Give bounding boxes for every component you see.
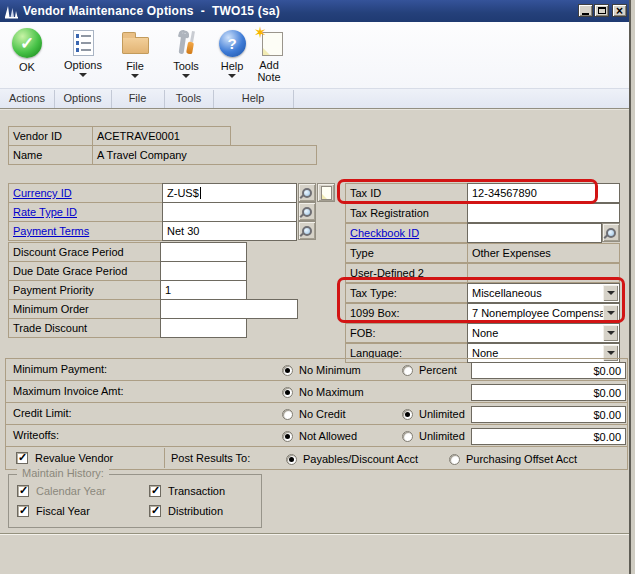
tax-registration-field[interactable]: [467, 203, 620, 223]
radio-icon: [282, 409, 293, 420]
checkbook-id-field[interactable]: [467, 223, 602, 243]
magnifier-icon: [302, 207, 312, 217]
checkbox-icon: [17, 505, 29, 517]
radio-icon: [282, 365, 293, 376]
close-button[interactable]: ×: [612, 4, 627, 17]
checkbox-icon: [149, 505, 161, 517]
radio-payables-discount-acct[interactable]: Payables/Discount Acct: [286, 453, 418, 465]
dropdown-arrow-button[interactable]: [603, 285, 618, 301]
tools-icon: [173, 29, 199, 57]
toolbar-divider-highlight: [0, 109, 635, 110]
checkbox-icon: [16, 452, 28, 464]
chevron-down-icon: [607, 351, 615, 355]
radio-no-minimum[interactable]: No Minimum: [282, 364, 361, 376]
tax-type-label: Tax Type:: [345, 283, 468, 303]
ok-button[interactable]: ✓ OK: [8, 26, 46, 73]
dropdown-arrow-button[interactable]: [603, 305, 618, 321]
group-separator: [213, 90, 214, 108]
fob-dropdown[interactable]: None: [467, 323, 620, 343]
currency-id-label[interactable]: Currency ID: [8, 183, 163, 203]
transaction-checkbox[interactable]: Transaction: [149, 485, 225, 497]
due-date-grace-field[interactable]: [160, 261, 247, 281]
rate-type-id-field[interactable]: [162, 202, 297, 222]
user-defined-2-value: [467, 263, 620, 283]
writeoffs-amount-field[interactable]: $0.00: [471, 428, 626, 445]
trade-discount-label: Trade Discount: [8, 318, 161, 338]
window-border-inner: [629, 0, 631, 574]
group-label-actions: Actions: [0, 92, 54, 104]
discount-grace-field[interactable]: [160, 242, 247, 262]
title-bar: Vendor Maintenance Options - TWO15 (sa) …: [0, 0, 635, 22]
payment-priority-field[interactable]: 1: [160, 280, 247, 300]
minimum-payment-label: Minimum Payment:: [13, 363, 107, 375]
currency-note-button[interactable]: [317, 183, 335, 202]
help-button[interactable]: ? Help: [213, 26, 251, 78]
minimum-order-field[interactable]: [160, 299, 298, 319]
post-results-to-label: Post Results To:: [171, 452, 250, 464]
chevron-down-icon: [131, 74, 139, 78]
row-divider: [164, 448, 165, 468]
help-question-icon: ?: [219, 30, 246, 57]
radio-icon: [286, 454, 297, 465]
radio-unlimited[interactable]: Unlimited: [402, 430, 465, 442]
maximum-invoice-amount-field[interactable]: $0.00: [471, 384, 626, 401]
tools-button[interactable]: Tools: [163, 26, 209, 78]
name-value: A Travel Company: [92, 145, 317, 165]
vendor-id-value: ACETRAVE0001: [92, 126, 231, 146]
radio-unlimited[interactable]: Unlimited: [402, 408, 465, 420]
minimize-button[interactable]: [578, 4, 593, 17]
tax-id-field[interactable]: 12-34567890: [467, 183, 620, 203]
add-note-label-line2: Note: [257, 71, 280, 83]
tax-registration-label: Tax Registration: [345, 203, 468, 223]
options-list-icon: [73, 30, 94, 56]
writeoffs-row: Writeoffs: Not Allowed Unlimited Maximum…: [5, 424, 628, 447]
group-label-options: Options: [54, 92, 111, 104]
chevron-down-icon: [607, 311, 615, 315]
name-label: Name: [8, 145, 93, 165]
maximize-button[interactable]: [594, 4, 609, 17]
chevron-down-icon: [182, 74, 190, 78]
radio-icon: [282, 431, 293, 442]
file-button-label: File: [126, 60, 144, 72]
chevron-down-icon: [228, 74, 236, 78]
1099-box-dropdown[interactable]: 7 Nonemployee Compensati: [467, 303, 620, 323]
radio-percent[interactable]: Percent: [402, 364, 457, 376]
tax-id-label: Tax ID: [345, 183, 468, 203]
credit-limit-amount-field[interactable]: $0.00: [471, 406, 626, 423]
radio-icon: [449, 454, 460, 465]
discount-grace-label: Discount Grace Period: [8, 242, 161, 262]
type-label: Type: [345, 243, 468, 263]
payment-terms-lookup-button[interactable]: [298, 221, 316, 240]
tax-type-dropdown[interactable]: Miscellaneous: [467, 283, 620, 303]
ribbon-group-strip: Actions Options File Tools Help: [0, 88, 635, 108]
radio-no-credit[interactable]: No Credit: [282, 408, 345, 420]
radio-not-allowed[interactable]: Not Allowed: [282, 430, 357, 442]
file-button[interactable]: File: [113, 26, 157, 78]
calendar-year-checkbox[interactable]: Calendar Year: [17, 485, 106, 497]
rate-type-id-label[interactable]: Rate Type ID: [8, 202, 163, 222]
currency-id-field[interactable]: Z-US$: [162, 183, 297, 203]
ribbon-toolbar: ✓ OK Options File Tools ?: [0, 22, 635, 108]
dropdown-arrow-button[interactable]: [603, 325, 618, 341]
trade-discount-field[interactable]: [160, 318, 247, 338]
radio-icon: [402, 365, 413, 376]
folder-icon: [122, 37, 149, 54]
minimum-payment-amount-field[interactable]: $0.00: [471, 362, 626, 379]
radio-no-maximum[interactable]: No Maximum: [282, 386, 364, 398]
payment-terms-label[interactable]: Payment Terms: [8, 221, 163, 241]
options-button[interactable]: Options: [59, 26, 107, 77]
fiscal-year-checkbox[interactable]: Fiscal Year: [17, 505, 90, 517]
distribution-checkbox[interactable]: Distribution: [149, 505, 223, 517]
currency-lookup-button[interactable]: [298, 183, 316, 202]
revalue-vendor-checkbox[interactable]: Revalue Vendor: [16, 452, 113, 464]
radio-purchasing-offset-acct[interactable]: Purchasing Offset Acct: [449, 453, 577, 465]
minimum-order-label: Minimum Order: [8, 299, 161, 319]
payment-terms-field[interactable]: Net 30: [162, 221, 297, 241]
checkbook-id-label[interactable]: Checkbook ID: [345, 223, 468, 243]
close-icon: ×: [616, 6, 623, 16]
checkbook-lookup-button[interactable]: [602, 223, 620, 242]
due-date-grace-label: Due Date Grace Period: [8, 261, 161, 281]
magnifier-icon: [606, 228, 616, 238]
rate-type-lookup-button[interactable]: [298, 202, 316, 221]
add-note-button[interactable]: Add Note: [249, 26, 289, 83]
